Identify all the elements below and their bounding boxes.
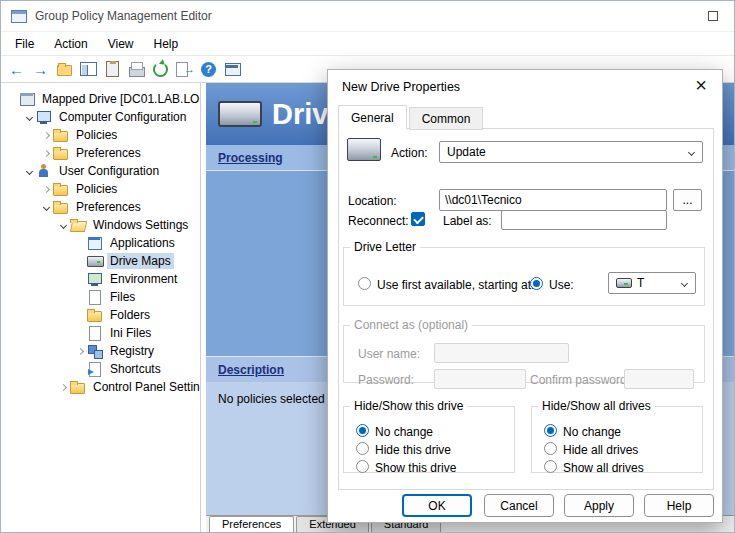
use-radio[interactable] — [530, 277, 543, 290]
user-name-label: User name: — [358, 347, 420, 361]
folder-open-icon — [70, 218, 86, 232]
back-icon[interactable] — [6, 59, 27, 80]
hide-this-drive-radio[interactable] — [356, 442, 369, 455]
use-first-available-radio[interactable] — [358, 277, 371, 290]
hide-all-drives-radio[interactable] — [544, 442, 557, 455]
tree-item-mapped-drive-dc01-lab-loca[interactable]: Mapped Drive [DC01.LAB.LOCA — [1, 90, 200, 108]
maximize-icon[interactable] — [708, 11, 718, 21]
tree-item-policies[interactable]: Policies — [1, 126, 200, 144]
no-change-this-label: No change — [375, 425, 433, 439]
tab-preferences[interactable]: Preferences — [209, 516, 294, 532]
action-label: Action: — [391, 146, 428, 160]
app-icon — [11, 10, 27, 23]
tree-item-label: Control Panel Setting — [90, 379, 201, 395]
env-icon — [87, 272, 103, 286]
tree-item-windows-settings[interactable]: Windows Settings — [1, 216, 200, 234]
tree-item-label: Windows Settings — [90, 217, 191, 233]
tab-general[interactable]: General — [338, 105, 407, 130]
connect-as-group-title: Connect as (optional) — [350, 318, 472, 332]
expander-down-icon[interactable] — [42, 203, 49, 210]
user-name-input — [434, 343, 569, 363]
tree-item-label: Policies — [73, 181, 120, 197]
help-icon[interactable] — [198, 59, 219, 80]
menu-file[interactable]: File — [5, 34, 44, 54]
refresh-icon[interactable] — [150, 59, 171, 80]
show-this-drive-radio[interactable] — [356, 460, 369, 473]
show-all-drives-radio[interactable] — [544, 460, 557, 473]
folder-icon — [70, 380, 86, 394]
tab-common[interactable]: Common — [409, 107, 484, 130]
cancel-button[interactable]: Cancel — [484, 494, 554, 517]
description-link[interactable]: Description — [218, 363, 284, 377]
connect-as-group: Connect as (optional) User name: Passwor… — [343, 318, 705, 383]
menu-help[interactable]: Help — [144, 34, 189, 54]
drive-letter-group: Drive Letter Use first available, starti… — [343, 240, 705, 306]
tree-item-computer-configuration[interactable]: Computer Configuration — [1, 108, 200, 126]
tree-item-user-configuration[interactable]: User Configuration — [1, 162, 200, 180]
tree-item-registry[interactable]: Registry — [1, 342, 200, 360]
expander-down-icon[interactable] — [25, 167, 32, 174]
tree-item-shortcuts[interactable]: Shortcuts — [1, 360, 200, 378]
tree-item-label: Computer Configuration — [56, 109, 189, 125]
properties-icon[interactable] — [102, 59, 123, 80]
hide-show-this-drive-title: Hide/Show this drive — [350, 399, 467, 413]
tree-item-label: Folders — [107, 307, 153, 323]
up-icon[interactable] — [54, 59, 75, 80]
tree-item-environment[interactable]: Environment — [1, 270, 200, 288]
tree-item-label: Preferences — [73, 145, 144, 161]
dialog-titlebar: New Drive Properties × — [328, 70, 722, 104]
processing-link[interactable]: Processing — [218, 151, 283, 165]
close-icon[interactable]: × — [690, 75, 712, 97]
expander-right-icon[interactable] — [42, 185, 49, 192]
reconnect-label: Reconnect: — [348, 214, 409, 228]
expander-right-icon[interactable] — [42, 149, 49, 156]
password-input — [434, 369, 526, 389]
location-input[interactable] — [439, 189, 667, 211]
filter-icon[interactable] — [222, 59, 243, 80]
tree-item-applications[interactable]: Applications — [1, 234, 200, 252]
tree-item-files[interactable]: Files — [1, 288, 200, 306]
expander-right-icon[interactable] — [59, 383, 66, 390]
menu-action[interactable]: Action — [44, 34, 97, 54]
reconnect-checkbox[interactable] — [411, 212, 425, 226]
tree-item-drive-maps[interactable]: Drive Maps — [1, 252, 200, 270]
drive-icon — [218, 101, 262, 127]
drive-icon — [616, 278, 632, 288]
export-list-icon[interactable] — [174, 59, 195, 80]
gpme-window: Group Policy Management Editor File Acti… — [0, 0, 735, 533]
action-select[interactable]: Update — [439, 141, 703, 163]
drive-letter-group-title: Drive Letter — [350, 240, 420, 254]
expander-right-icon[interactable] — [76, 347, 83, 354]
dialog-tabs: General Common — [338, 107, 485, 130]
tree-item-preferences[interactable]: Preferences — [1, 144, 200, 162]
tree-item-folders[interactable]: Folders — [1, 306, 200, 324]
expander-down-icon[interactable] — [59, 221, 66, 228]
tree-item-preferences[interactable]: Preferences — [1, 198, 200, 216]
tree-item-policies[interactable]: Policies — [1, 180, 200, 198]
expander-down-icon[interactable] — [25, 113, 32, 120]
no-change-this-radio[interactable] — [356, 424, 369, 437]
tree-item-label: Files — [107, 289, 138, 305]
ok-button[interactable]: OK — [402, 494, 472, 517]
use-first-available-label: Use first available, starting at: — [377, 278, 534, 292]
apply-button[interactable]: Apply — [564, 494, 634, 517]
computer-icon — [36, 110, 52, 124]
tree-item-ini-files[interactable]: Ini Files — [1, 324, 200, 342]
confirm-password-input — [624, 369, 694, 389]
no-change-all-radio[interactable] — [544, 424, 557, 437]
label-as-input[interactable] — [501, 210, 667, 230]
drive-letter-select[interactable]: T — [608, 272, 696, 294]
tree-item-label: Preferences — [73, 199, 144, 215]
browse-button[interactable]: ... — [673, 189, 702, 211]
expander-right-icon[interactable] — [42, 131, 49, 138]
shortcut-icon — [87, 362, 103, 376]
tree-item-label: Applications — [107, 235, 178, 251]
console-tree-icon[interactable] — [78, 59, 99, 80]
help-button[interactable]: Help — [644, 494, 714, 517]
use-label: Use: — [549, 278, 574, 292]
print-icon[interactable] — [126, 59, 147, 80]
menu-view[interactable]: View — [98, 34, 144, 54]
tree-item-control-panel-setting[interactable]: Control Panel Setting — [1, 378, 200, 396]
forward-icon[interactable] — [30, 59, 51, 80]
new-drive-properties-dialog: New Drive Properties × General Common Ac… — [327, 69, 723, 523]
